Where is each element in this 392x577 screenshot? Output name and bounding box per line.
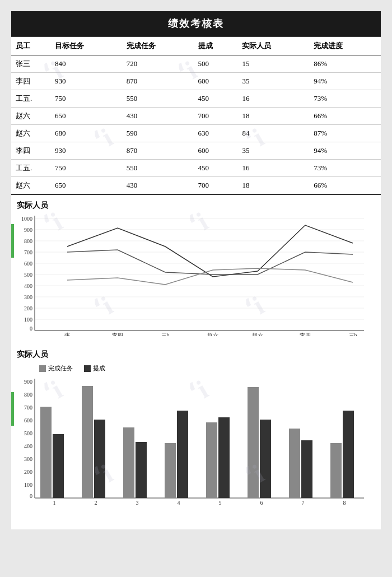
- bar-chart-svg: 900 800 700 600 500 400 300 200 100 0 1: [17, 376, 375, 522]
- svg-text:300: 300: [24, 456, 32, 462]
- bar-group7-bar1: [289, 429, 300, 498]
- col-header-commission: 提成: [194, 36, 238, 55]
- table-cell-6-0: 工五.: [11, 160, 50, 177]
- bar-chart-container: 900 800 700 600 500 400 300 200 100 0 1: [11, 376, 381, 529]
- svg-text:400: 400: [24, 443, 32, 449]
- col-header-progress: 完成进度: [309, 36, 381, 55]
- table-cell-0-2: 720: [122, 55, 194, 73]
- legend-label-completed: 完成任务: [48, 364, 73, 373]
- green-accent-bar-2: [11, 392, 14, 426]
- svg-text:700: 700: [24, 404, 32, 411]
- svg-text:7: 7: [302, 500, 305, 506]
- legend-label-commission: 提成: [93, 364, 105, 373]
- table-cell-1-1: 930: [50, 73, 122, 90]
- table-cell-5-1: 930: [50, 142, 122, 160]
- table-cell-4-3: 630: [194, 125, 238, 142]
- bar-group8-bar1: [330, 443, 342, 498]
- svg-text:100: 100: [24, 317, 32, 323]
- svg-text:500: 500: [24, 272, 32, 278]
- performance-table: 员工 目标任务 完成任务 提成 实际人员 完成进度 张三840720500158…: [11, 36, 381, 195]
- svg-text:李四: 李四: [112, 332, 123, 336]
- table-cell-4-4: 84: [237, 125, 309, 142]
- table-cell-0-5: 86%: [309, 55, 381, 73]
- table-cell-7-1: 650: [50, 177, 122, 195]
- svg-text:1000: 1000: [21, 216, 32, 222]
- table-cell-1-5: 94%: [309, 73, 381, 90]
- table-cell-7-3: 700: [194, 177, 238, 195]
- svg-text:400: 400: [24, 283, 32, 289]
- svg-text:900: 900: [24, 227, 32, 233]
- svg-text:4: 4: [178, 500, 180, 506]
- legend-completed: 完成任务: [39, 364, 73, 373]
- svg-text:200: 200: [24, 305, 32, 311]
- table-cell-2-2: 550: [122, 90, 194, 108]
- bar-group8-bar2: [343, 411, 354, 498]
- svg-text:赵六: 赵六: [252, 332, 263, 336]
- line-chart-container: 1000 900 800 700 600 500 400 300 200 100…: [11, 213, 381, 344]
- col-header-completed: 完成任务: [122, 36, 194, 55]
- svg-text:赵六: 赵六: [207, 332, 218, 336]
- svg-text:200: 200: [24, 469, 32, 475]
- table-cell-5-0: 李四: [11, 142, 50, 160]
- table-cell-6-2: 550: [122, 160, 194, 177]
- table-cell-4-1: 680: [50, 125, 122, 142]
- table-cell-1-2: 870: [122, 73, 194, 90]
- table-row: 赵六6805906308487%: [11, 125, 381, 142]
- table-row: 赵六6504307001866%: [11, 108, 381, 125]
- svg-text:8: 8: [343, 500, 346, 506]
- table-cell-3-0: 赵六: [11, 108, 50, 125]
- line-chart-title: 实际人员: [11, 195, 381, 213]
- table-cell-2-3: 450: [194, 90, 238, 108]
- table-cell-5-2: 870: [122, 142, 194, 160]
- svg-text:6: 6: [260, 500, 263, 506]
- table-row: 工五.7505504501673%: [11, 90, 381, 108]
- bar-group5-bar1: [206, 422, 217, 498]
- table-cell-3-3: 700: [194, 108, 238, 125]
- table-cell-0-0: 张三: [11, 55, 50, 73]
- table-cell-0-3: 500: [194, 55, 238, 73]
- svg-text:600: 600: [24, 417, 32, 424]
- table-cell-6-5: 73%: [309, 160, 381, 177]
- table-cell-5-3: 600: [194, 142, 238, 160]
- bar-group2-bar2: [94, 420, 105, 498]
- svg-text:三h: 三h: [161, 332, 170, 336]
- bar-group6-bar2: [260, 420, 271, 498]
- svg-text:3: 3: [136, 500, 139, 506]
- bar-group5-bar2: [218, 417, 230, 498]
- svg-text:700: 700: [24, 249, 32, 255]
- table-cell-6-4: 16: [237, 160, 309, 177]
- col-header-employee: 员工: [11, 36, 50, 55]
- svg-text:李四: 李四: [300, 332, 311, 336]
- svg-text:0: 0: [30, 493, 32, 499]
- bar-group1-bar1: [40, 407, 52, 498]
- svg-text:0: 0: [30, 325, 32, 332]
- table-cell-1-3: 600: [194, 73, 238, 90]
- table-row: 张三8407205001586%: [11, 55, 381, 73]
- table-cell-4-2: 590: [122, 125, 194, 142]
- table-cell-1-4: 35: [237, 73, 309, 90]
- svg-text:三h: 三h: [349, 332, 357, 336]
- bar-group3-bar2: [136, 442, 147, 498]
- table-cell-3-4: 18: [237, 108, 309, 125]
- table-cell-2-1: 750: [50, 90, 122, 108]
- table-cell-3-1: 650: [50, 108, 122, 125]
- table-row: 李四9308706003594%: [11, 73, 381, 90]
- line-chart-svg: 1000 900 800 700 600 500 400 300 200 100…: [17, 213, 375, 336]
- legend-commission: 提成: [84, 364, 105, 373]
- svg-text:900: 900: [24, 379, 32, 385]
- page: ʻi ʻi ʻi ʻi ʻi ʻi ʻi ʻi ʻi ʻi ʻi ʻi 绩效考核…: [11, 11, 381, 529]
- table-header-row: 员工 目标任务 完成任务 提成 实际人员 完成进度: [11, 36, 381, 55]
- table-cell-3-5: 66%: [309, 108, 381, 125]
- bar-group7-bar2: [301, 440, 312, 498]
- svg-text:张: 张: [64, 332, 70, 336]
- bar-group3-bar1: [123, 427, 134, 498]
- legend-box-completed: [39, 365, 46, 372]
- bar-group4-bar2: [177, 411, 188, 498]
- svg-text:1: 1: [53, 500, 56, 506]
- table-cell-0-4: 15: [237, 55, 309, 73]
- svg-text:2: 2: [95, 500, 97, 506]
- table-row: 李四9308706003594%: [11, 142, 381, 160]
- table-cell-3-2: 430: [122, 108, 194, 125]
- bar-group4-bar1: [165, 443, 176, 498]
- table-row: 工五.7505504501673%: [11, 160, 381, 177]
